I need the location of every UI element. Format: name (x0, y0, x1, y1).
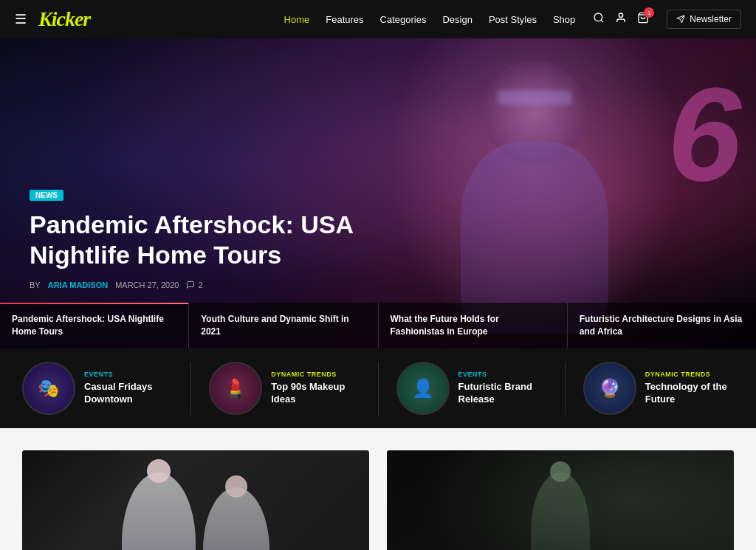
trending-info-3: EVENTS Futuristic Brand Release (458, 371, 547, 406)
trending-thumb-2: 💄 (209, 362, 262, 415)
trending-info-2: DYNAMIC TRENDS Top 90s Makeup Ideas (271, 371, 360, 406)
nav-shop[interactable]: Shop (553, 14, 575, 25)
trending-thumb-4: 🔮 (583, 362, 636, 415)
site-logo[interactable]: Kicker (38, 7, 90, 31)
slide-2-title: Youth Culture and Dynamic Shift in 2021 (201, 313, 365, 338)
trending-cat-1: EVENTS (84, 371, 173, 378)
slide-1[interactable]: Pandemic Aftershock: USA Nightlife Home … (0, 303, 189, 348)
hamburger-menu[interactable]: ☰ (15, 11, 27, 27)
slide-3[interactable]: What the Future Holds for Fashionistas i… (379, 303, 568, 348)
navbar: ☰ Kicker Home Features Categories Design… (0, 0, 756, 38)
nav-design[interactable]: Design (442, 14, 472, 25)
trending-item-3[interactable]: 👤 EVENTS Futuristic Brand Release (396, 362, 547, 415)
hero-content: NEWS Pandemic Aftershock: USA Nightlife … (30, 188, 384, 289)
divider-3 (565, 362, 566, 415)
trending-thumb-1: 🎭 (22, 362, 75, 415)
trending-cat-3: EVENTS (458, 371, 547, 378)
svg-point-2 (619, 13, 623, 17)
hero-badge: NEWS (30, 190, 63, 201)
nav-features[interactable]: Features (326, 14, 363, 25)
trending-title-4: Technology of the Future (645, 381, 734, 406)
nav-icons: 1 Newsletter (593, 10, 741, 29)
hero-meta: BY ARIA MADISON MARCH 27, 2020 2 (30, 281, 384, 289)
slide-4-title: Futuristic Architecture Designs in Asia … (580, 313, 744, 338)
slider-bar: Pandemic Aftershock: USA Nightlife Home … (0, 303, 756, 348)
cart-icon[interactable]: 1 (637, 12, 649, 27)
user-icon[interactable] (615, 12, 627, 27)
trending-item-4[interactable]: 🔮 DYNAMIC TRENDS Technology of the Futur… (583, 362, 734, 415)
divider-1 (190, 362, 191, 415)
trending-thumb-3: 👤 (396, 362, 450, 415)
slide-4[interactable]: Futuristic Architecture Designs in Asia … (568, 303, 756, 348)
trending-cat-2: DYNAMIC TRENDS (271, 371, 360, 378)
newsletter-button[interactable]: Newsletter (667, 10, 741, 29)
search-icon[interactable] (593, 12, 605, 27)
slide-3-title: What the Future Holds for Fashionistas i… (391, 313, 555, 338)
svg-point-0 (594, 13, 602, 21)
article-card-1: LIFESTYLE Social and Political Equality … (22, 450, 369, 550)
nav-links: Home Features Categories Design Post Sty… (284, 13, 576, 26)
hero-section: 6 NEWS Pandemic Aftershock: USA Nightlif… (0, 38, 756, 348)
slide-1-title: Pandemic Aftershock: USA Nightlife Home … (12, 313, 176, 338)
hero-by: BY (30, 281, 41, 289)
svg-line-1 (601, 20, 603, 22)
article-card-2: FASHION Urban Street Style BY JAMES MILL… (387, 450, 734, 550)
nav-post-styles[interactable]: Post Styles (489, 14, 537, 25)
trending-title-2: Top 90s Makeup Ideas (271, 381, 360, 406)
trending-item-1[interactable]: 🎭 EVENTS Casual Fridays Downtown (22, 362, 173, 415)
hero-person (387, 38, 682, 348)
trending-info-1: EVENTS Casual Fridays Downtown (84, 371, 173, 406)
comment-count: 2 (198, 281, 202, 289)
neon-number: 6 (667, 68, 741, 201)
slide-2[interactable]: Youth Culture and Dynamic Shift in 2021 (189, 303, 378, 348)
cart-badge: 1 (644, 7, 654, 18)
nav-categories[interactable]: Categories (380, 14, 427, 25)
hero-author[interactable]: ARIA MADISON (48, 281, 108, 289)
trending-title-3: Futuristic Brand Release (458, 381, 547, 406)
trending-title-1: Casual Fridays Downtown (84, 381, 173, 406)
main-content: LIFESTYLE Social and Political Equality … (0, 428, 756, 550)
trending-item-2[interactable]: 💄 DYNAMIC TRENDS Top 90s Makeup Ideas (209, 362, 360, 415)
divider-2 (378, 362, 379, 415)
newsletter-label: Newsletter (690, 14, 732, 24)
hero-date: MARCH 27, 2020 (115, 281, 179, 289)
hero-comments: 2 (186, 281, 202, 289)
trending-cat-4: DYNAMIC TRENDS (645, 371, 734, 378)
trending-bar: 🎭 EVENTS Casual Fridays Downtown 💄 DYNAM… (0, 348, 756, 428)
trending-info-4: DYNAMIC TRENDS Technology of the Future (645, 371, 734, 406)
nav-home[interactable]: Home (284, 14, 310, 25)
hero-title[interactable]: Pandemic Aftershock: USA Nightlife Home … (30, 210, 384, 270)
